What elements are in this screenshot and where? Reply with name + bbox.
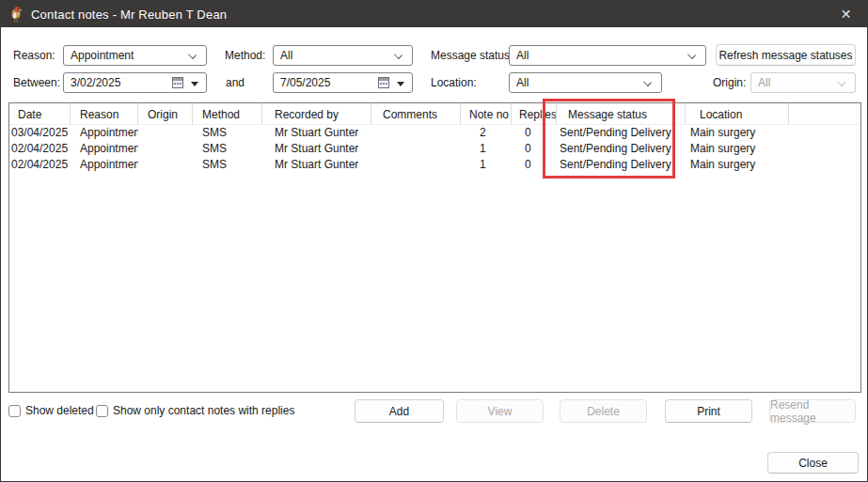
column-header-note-no[interactable]: Note no: [461, 103, 512, 125]
method-label: Method:: [225, 45, 265, 66]
cell-method: SMS: [193, 157, 262, 173]
cell-replies: 0: [512, 141, 557, 157]
reason-label: Reason:: [13, 45, 55, 66]
table-row[interactable]: 02/04/2025 Appointment SMS Mr Stuart Gun…: [9, 141, 860, 157]
cell-date: 02/04/2025: [9, 141, 71, 157]
column-header-comments[interactable]: Comments: [371, 103, 461, 125]
cell-method: SMS: [193, 141, 262, 157]
column-header-origin[interactable]: Origin: [138, 103, 193, 125]
close-window-icon[interactable]: ✕: [825, 1, 867, 27]
date-to-value: 7/05/2025: [280, 76, 330, 89]
message-status-selected-value: All: [516, 49, 529, 62]
cell-note-no: 1: [461, 157, 512, 173]
location-label: Location:: [431, 72, 477, 93]
calendar-icon: [172, 77, 183, 88]
cell-location: Main surgery: [686, 141, 789, 157]
show-deleted-label: Show deleted: [25, 404, 94, 417]
title-bar: Contact notes - Mr Reuben T Dean ✕: [1, 1, 867, 27]
between-label: Between:: [13, 72, 60, 93]
checkbox-icon[interactable]: [96, 405, 108, 417]
show-only-replies-label: Show only contact notes with replies: [113, 404, 294, 417]
chevron-down-icon: [643, 78, 652, 86]
cell-comments: [371, 157, 461, 173]
cell-method: SMS: [193, 125, 262, 141]
cell-origin: [138, 141, 193, 157]
column-header-recorded-by[interactable]: Recorded by: [262, 103, 371, 125]
calendar-icon: [378, 77, 389, 88]
date-to-picker[interactable]: 7/05/2025: [273, 72, 413, 93]
cell-message-status: Sent/Pending Delivery: [557, 141, 686, 157]
column-header-replies[interactable]: Replies: [512, 103, 557, 125]
add-button[interactable]: Add: [355, 399, 444, 423]
window-title: Contact notes - Mr Reuben T Dean: [31, 8, 227, 22]
cell-message-status: Sent/Pending Delivery: [557, 125, 686, 141]
cell-comments: [371, 125, 461, 141]
cell-replies: 0: [512, 157, 557, 173]
cell-recorded-by: Mr Stuart Gunter: [262, 157, 371, 173]
column-header-reason[interactable]: Reason: [71, 103, 138, 125]
checkbox-icon[interactable]: [8, 405, 21, 417]
app-bird-icon: [8, 5, 24, 23]
origin-selected-value: All: [758, 76, 770, 89]
and-label: and: [226, 72, 245, 93]
cell-origin: [138, 157, 193, 173]
cell-location: Main surgery: [686, 125, 789, 141]
close-button[interactable]: Close: [767, 452, 859, 474]
method-select[interactable]: All: [273, 45, 413, 66]
message-status-select[interactable]: All: [509, 45, 706, 66]
contact-notes-table: Date Reason Origin Method Recorded by Co…: [8, 102, 861, 393]
table-header-row: Date Reason Origin Method Recorded by Co…: [9, 103, 860, 125]
cell-recorded-by: Mr Stuart Gunter: [262, 141, 371, 157]
show-only-replies-checkbox[interactable]: Show only contact notes with replies: [96, 403, 294, 418]
table-row[interactable]: 03/04/2025 Appointment SMS Mr Stuart Gun…: [9, 125, 860, 141]
view-button: View: [456, 399, 544, 423]
method-selected-value: All: [280, 49, 292, 62]
location-select[interactable]: All: [509, 72, 662, 93]
reason-selected-value: Appointment: [71, 49, 134, 62]
chevron-down-icon: [188, 51, 197, 59]
dropdown-arrow-icon[interactable]: [191, 82, 198, 86]
cell-reason: Appointment: [71, 125, 138, 141]
cell-replies: 0: [512, 125, 557, 141]
reason-select[interactable]: Appointment: [63, 45, 207, 66]
refresh-message-statuses-button[interactable]: Refresh message statuses: [716, 44, 856, 66]
chevron-down-icon: [687, 51, 696, 59]
column-header-date[interactable]: Date: [9, 103, 71, 125]
cell-location: Main surgery: [686, 157, 789, 173]
chevron-down-icon: [394, 51, 402, 59]
cell-date: 02/04/2025: [9, 157, 71, 173]
cell-recorded-by: Mr Stuart Gunter: [262, 125, 371, 141]
cell-note-no: 2: [461, 125, 512, 141]
cell-comments: [371, 141, 461, 157]
resend-message-button: Resend message: [769, 399, 856, 423]
location-selected-value: All: [516, 76, 529, 89]
cell-reason: Appointment: [71, 157, 138, 173]
origin-select: All: [750, 72, 856, 93]
delete-button: Delete: [560, 399, 647, 423]
cell-date: 03/04/2025: [9, 125, 71, 141]
cell-reason: Appointment: [71, 141, 138, 157]
cell-note-no: 1: [461, 141, 512, 157]
date-from-value: 3/02/2025: [71, 76, 120, 89]
origin-label: Origin:: [713, 72, 746, 93]
contact-notes-dialog: Contact notes - Mr Reuben T Dean ✕ Reaso…: [0, 0, 868, 482]
column-header-method[interactable]: Method: [193, 103, 262, 125]
show-deleted-checkbox[interactable]: Show deleted: [8, 403, 94, 418]
cell-message-status: Sent/Pending Delivery: [557, 157, 686, 173]
date-from-picker[interactable]: 3/02/2025: [63, 72, 207, 93]
column-header-message-status[interactable]: Message status: [557, 103, 686, 125]
print-button[interactable]: Print: [665, 399, 752, 423]
column-header-filler: [789, 103, 860, 125]
column-header-location[interactable]: Location: [686, 103, 789, 125]
cell-origin: [138, 125, 193, 141]
chevron-down-icon: [837, 78, 845, 86]
dropdown-arrow-icon[interactable]: [397, 82, 404, 86]
message-status-label: Message status:: [431, 45, 513, 66]
table-row[interactable]: 02/04/2025 Appointment SMS Mr Stuart Gun…: [9, 157, 860, 173]
